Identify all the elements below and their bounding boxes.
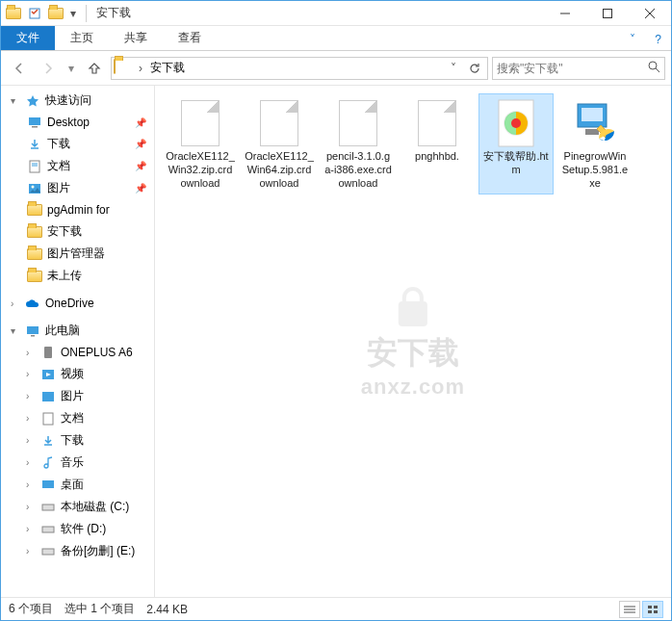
star-icon	[24, 93, 41, 109]
svg-rect-18	[42, 392, 54, 401]
statusbar: 6 个项目 选中 1 个项目 2.44 KB	[1, 597, 671, 620]
files-area[interactable]: 安下载 anxz.com OracleXE112_Win32.zip.crdow…	[155, 86, 671, 597]
file-icon	[491, 98, 541, 148]
search-box[interactable]	[492, 57, 665, 80]
nav-pgadmin[interactable]: pgAdmin for	[1, 199, 154, 220]
file-item[interactable]: OracleXE112_Win32.zip.crdownload	[163, 93, 238, 194]
nav-pictures2[interactable]: ›图片	[1, 385, 154, 407]
search-input[interactable]	[497, 62, 647, 75]
nav-diskd[interactable]: ›软件 (D:)	[1, 518, 154, 540]
file-item[interactable]: PinegrowWinSetup.5.981.exe	[557, 93, 633, 194]
nav-label: 文档	[47, 158, 70, 174]
back-button[interactable]	[7, 56, 32, 81]
minimize-button[interactable]	[544, 1, 586, 26]
disk-icon	[39, 500, 57, 515]
status-count: 6 个项目	[9, 601, 53, 617]
nav-label: 桌面	[61, 477, 84, 493]
nav-documents2[interactable]: ›文档	[1, 407, 154, 429]
nav-label: OneDrive	[45, 297, 94, 310]
file-item[interactable]: OracleXE112_Win64.zip.crdownload	[242, 93, 317, 194]
svg-rect-8	[32, 126, 38, 128]
tab-file[interactable]: 文件	[1, 26, 55, 50]
nav-label: 图片管理器	[47, 246, 105, 262]
svg-rect-20	[42, 480, 54, 488]
nav-pictures[interactable]: 图片 📌	[1, 177, 154, 199]
window-title: 安下载	[96, 5, 131, 21]
nav-label: 此电脑	[45, 323, 80, 339]
file-label: pencil-3.1.0.ga-i386.exe.crdownload	[323, 150, 393, 190]
nav-label: Desktop	[47, 116, 90, 129]
nav-desktop[interactable]: Desktop 📌	[1, 112, 154, 133]
nav-label: 图片	[47, 180, 70, 196]
view-details-button[interactable]	[619, 601, 640, 618]
nav-downloads2[interactable]: ›下载	[1, 429, 154, 452]
nav-label: 安下载	[47, 223, 82, 240]
nav-desktop2[interactable]: ›桌面	[1, 474, 154, 496]
up-button[interactable]	[82, 56, 107, 81]
chevron-right-icon[interactable]: ›	[135, 62, 146, 75]
qat-dropdown[interactable]: ▾	[68, 5, 78, 22]
svg-rect-16	[44, 347, 52, 358]
nav-videos[interactable]: ›视频	[1, 363, 154, 385]
nav-diske[interactable]: ›备份[勿删] (E:)	[1, 540, 154, 562]
close-button[interactable]	[629, 1, 671, 26]
file-item[interactable]: pencil-3.1.0.ga-i386.exe.crdownload	[321, 93, 396, 194]
tab-share[interactable]: 共享	[109, 26, 163, 50]
nav-picmgr[interactable]: 图片管理器	[1, 243, 154, 265]
nav-label: 音乐	[61, 454, 84, 471]
svg-point-5	[649, 62, 657, 69]
recent-dropdown[interactable]: ▾	[65, 56, 78, 81]
nav-label: 下载	[61, 432, 84, 449]
nav-label: 软件 (D:)	[61, 521, 106, 537]
svg-rect-9	[30, 161, 39, 172]
svg-point-27	[511, 118, 521, 128]
ribbon-expand[interactable]: ˅	[620, 29, 645, 50]
nav-oneplus[interactable]: ›ONEPLUS A6	[1, 342, 154, 363]
nav-label: pgAdmin for	[47, 203, 110, 217]
search-icon[interactable]	[647, 60, 660, 76]
folder-icon	[47, 5, 65, 22]
address-bar[interactable]: › 安下载 ˅	[111, 57, 488, 80]
file-icon	[254, 98, 304, 148]
pin-icon: 📌	[135, 183, 150, 194]
nav-music[interactable]: ›音乐	[1, 452, 154, 474]
address-dropdown[interactable]: ˅	[443, 58, 464, 79]
qat-properties[interactable]	[26, 5, 43, 22]
nav-anxz[interactable]: 安下载	[1, 220, 154, 243]
status-selection: 选中 1 个项目	[65, 601, 135, 617]
svg-rect-7	[29, 117, 40, 125]
folder-icon	[5, 5, 22, 22]
tab-view[interactable]: 查看	[163, 26, 217, 50]
documents-icon	[39, 411, 57, 427]
svg-rect-29	[582, 108, 603, 121]
svg-rect-24	[399, 301, 427, 326]
maximize-button[interactable]	[586, 1, 629, 26]
file-label: OracleXE112_Win64.zip.crdownload	[245, 150, 314, 190]
forward-button[interactable]	[36, 56, 61, 81]
navigation-pane[interactable]: ▾ 快速访问 Desktop 📌 下载 📌 文档 📌 图片 📌 pgAdmin …	[1, 86, 155, 597]
nav-diskc[interactable]: ›本地磁盘 (C:)	[1, 496, 154, 518]
file-item[interactable]: pnghhbd.	[400, 93, 475, 194]
onedrive-icon	[24, 296, 41, 311]
help-button[interactable]: ?	[645, 29, 671, 50]
svg-rect-2	[604, 9, 612, 17]
nav-onedrive[interactable]: › OneDrive	[1, 293, 154, 314]
nav-documents[interactable]: 文档 📌	[1, 155, 154, 177]
file-icon	[333, 98, 383, 148]
nav-thispc[interactable]: ▾ 此电脑	[1, 320, 154, 342]
breadcrumb[interactable]: 安下载	[146, 58, 189, 78]
tab-home[interactable]: 主页	[55, 26, 109, 50]
view-icons-button[interactable]	[642, 601, 663, 618]
desktop-icon	[39, 478, 57, 493]
nav-unsent[interactable]: 未上传	[1, 265, 154, 287]
svg-rect-36	[648, 610, 652, 613]
nav-quick-access[interactable]: ▾ 快速访问	[1, 90, 154, 112]
watermark: 安下载 anxz.com	[361, 284, 465, 400]
svg-rect-21	[42, 505, 54, 510]
folder-icon	[26, 246, 43, 262]
refresh-button[interactable]	[464, 58, 485, 79]
nav-downloads[interactable]: 下载 📌	[1, 133, 154, 155]
nav-label: 图片	[61, 388, 84, 404]
file-label: OracleXE112_Win32.zip.crdownload	[166, 150, 235, 190]
file-item[interactable]: 安下载帮助.htm	[478, 93, 554, 194]
